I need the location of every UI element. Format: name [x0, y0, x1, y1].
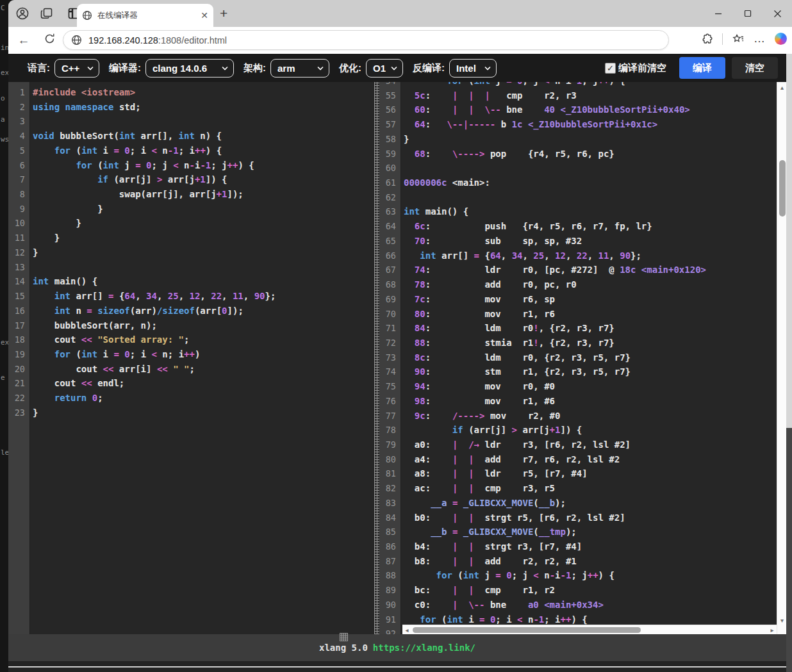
- compile-button[interactable]: 编译: [679, 57, 725, 79]
- line-number: 9: [8, 204, 29, 218]
- code-line: 22 return 0;: [8, 393, 374, 407]
- favorites-star-icon[interactable]: [732, 33, 745, 45]
- scroll-right-icon[interactable]: ▸: [768, 627, 777, 634]
- code-line: 85 __b = _GLIBCXX_MOVE(__tmp);: [379, 527, 777, 541]
- line-number: 87: [379, 556, 400, 571]
- clear-button[interactable]: 清空: [732, 57, 778, 79]
- url-input[interactable]: 192.168.240.128:1808/editor.html: [63, 30, 669, 50]
- code-line: 58}: [379, 134, 777, 149]
- code-line: 17 bubbleSort(arr, n);: [8, 320, 374, 335]
- line-number: 12: [8, 247, 29, 262]
- site-globe-icon: [71, 35, 82, 45]
- chevron-down-icon: [87, 66, 94, 70]
- line-number: 20: [8, 364, 29, 379]
- chevron-down-icon: [222, 66, 228, 70]
- extensions-puzzle-icon[interactable]: [700, 33, 713, 45]
- line-number: 67: [379, 265, 400, 279]
- code-line: 76 98: mov r1, #6: [379, 396, 777, 411]
- line-number: 21: [8, 378, 29, 393]
- disasm-horizontal-scrollbar[interactable]: ◂ ▸: [402, 625, 777, 634]
- line-number: 75: [379, 381, 400, 396]
- code-line: 18 cout << "Sorted array: ";: [8, 334, 374, 349]
- code-line: 87 b8: | | add r2, r2, #1: [379, 556, 777, 571]
- profile-icon[interactable]: [15, 6, 29, 20]
- line-number: 16: [8, 306, 29, 320]
- copilot-icon[interactable]: [775, 33, 787, 45]
- disasm-vertical-scrollbar[interactable]: ▴ ▾: [777, 82, 787, 634]
- code-line: 89 bc: | | cmp r1, r2: [379, 585, 777, 600]
- line-number: 68: [379, 279, 400, 294]
- line-number: 11: [8, 233, 29, 247]
- code-line: 78 if (arr[j] > arr[j+1]) {: [379, 425, 777, 439]
- code-line: 9 }: [8, 204, 374, 218]
- code-line: 57 64: \--|----- b 1c <_Z10bubbleSortPii…: [379, 119, 777, 134]
- compiler-select[interactable]: clang 14.0.6: [145, 59, 234, 78]
- close-window-button[interactable]: [763, 0, 792, 27]
- line-number: 82: [379, 483, 400, 498]
- code-line: 66 int arr[] = {64, 34, 25, 12, 22, 11, …: [379, 250, 777, 265]
- line-number: 83: [379, 498, 400, 512]
- code-line: 71 84: ldm r0!, {r2, r3, r7}: [379, 323, 777, 338]
- line-number: 77: [379, 411, 400, 425]
- line-number: 91: [379, 614, 400, 629]
- tab-close-icon[interactable]: ✕: [201, 10, 208, 20]
- browser-addressbar: ← 192.168.240.128:1808/editor.html: [8, 27, 792, 54]
- disasm-select[interactable]: Intel: [449, 59, 497, 78]
- optimization-select[interactable]: O1: [366, 59, 403, 78]
- language-select[interactable]: C++: [54, 59, 99, 78]
- code-line: 11 }: [8, 233, 374, 247]
- background-text-fragment: C: [1, 4, 5, 12]
- app-version: xlang 5.0: [319, 643, 368, 653]
- line-number: 63: [379, 206, 400, 221]
- vertical-tabs-icon[interactable]: [40, 6, 54, 20]
- background-text-fragment: o: [1, 94, 5, 102]
- arch-group: 架构: arm: [243, 59, 329, 78]
- line-number: 61: [379, 177, 400, 192]
- scroll-up-icon[interactable]: ▴: [777, 84, 787, 91]
- code-line: 20 cout << arr[i] << " ";: [8, 364, 374, 379]
- scroll-left-icon[interactable]: ◂: [402, 627, 411, 634]
- code-line: 56 60: | | \-- bne 40 <_Z10bubbleSortPii…: [379, 104, 777, 119]
- new-tab-button[interactable]: +: [220, 6, 227, 21]
- status-bar: xlang 5.0 https://xlang.link/: [8, 634, 786, 661]
- line-number: 10: [8, 218, 29, 233]
- code-line: 81 a8: | | ldr r5, [r7, #4]: [379, 468, 777, 483]
- code-line: 88 for (int j = 0; j < n-i-1; j++) {: [379, 570, 777, 585]
- back-icon[interactable]: ←: [16, 33, 31, 48]
- xlang-link[interactable]: https://xlang.link/: [373, 643, 475, 653]
- line-number: 65: [379, 236, 400, 250]
- vertical-scroll-thumb[interactable]: [779, 160, 786, 217]
- code-line: 2using namespace std;: [8, 102, 374, 117]
- line-number: 58: [379, 134, 400, 149]
- line-number: 64: [379, 221, 400, 236]
- line-number: 59: [379, 149, 400, 163]
- code-line: 62: [379, 192, 777, 207]
- code-line: 77 9c: /----> mov r2, #0: [379, 411, 777, 425]
- code-line: 6 for (int j = 0; j < n-i-1; j++) {: [8, 160, 374, 175]
- page-scroll-thumb[interactable]: [786, 54, 792, 428]
- code-line: 73 8c: ldm r0, {r2, r3, r5, r7}: [379, 352, 777, 367]
- line-number: 71: [379, 323, 400, 338]
- pane-splitter[interactable]: [374, 82, 379, 634]
- source-editor[interactable]: 1#include <iostream>2using namespace std…: [8, 82, 374, 634]
- arch-select[interactable]: arm: [270, 59, 329, 78]
- minimize-button[interactable]: [704, 0, 733, 27]
- maximize-button[interactable]: [733, 0, 763, 27]
- scroll-down-icon[interactable]: ▾: [777, 617, 787, 624]
- browser-tab[interactable]: 在线编译器 ✕: [77, 4, 213, 27]
- resize-grip[interactable]: [340, 633, 348, 641]
- page-scrollbar[interactable]: [786, 54, 792, 672]
- line-number: 84: [379, 512, 400, 527]
- line-number: 73: [379, 352, 400, 367]
- compiler-group: 编译器: clang 14.0.6: [109, 59, 234, 78]
- optimization-label: 优化:: [339, 62, 361, 74]
- refresh-icon[interactable]: [44, 33, 59, 48]
- clear-before-compile-checkbox[interactable]: ✓: [605, 63, 616, 74]
- settings-ellipsis-icon[interactable]: …: [754, 32, 766, 45]
- horizontal-scroll-thumb[interactable]: [413, 627, 641, 633]
- code-line: 80 a4: | | add r7, r6, r2, lsl #2: [379, 454, 777, 469]
- disassembly-output[interactable]: 54 for (int j = 0; j < n-i-1; j++) {55 5…: [379, 82, 777, 634]
- code-line: 74 90: stm r1, {r2, r3, r5, r7}: [379, 366, 777, 381]
- line-number: 4: [8, 131, 29, 145]
- code-line: 13: [8, 262, 374, 277]
